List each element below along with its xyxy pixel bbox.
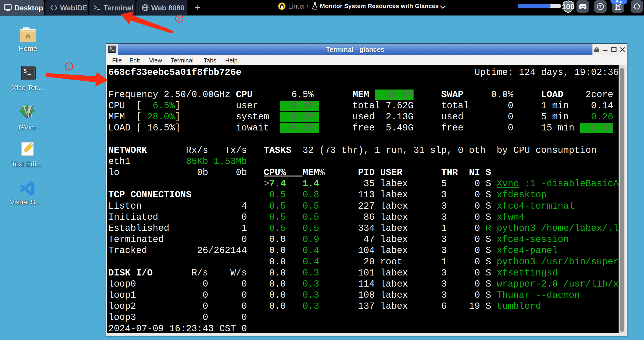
svg-text:?: ? (599, 4, 602, 9)
svg-text:100: 100 (562, 2, 574, 11)
svg-text:$: $ (23, 68, 27, 75)
svg-text:im: im (26, 112, 32, 118)
svg-text:$: $ (110, 47, 112, 51)
